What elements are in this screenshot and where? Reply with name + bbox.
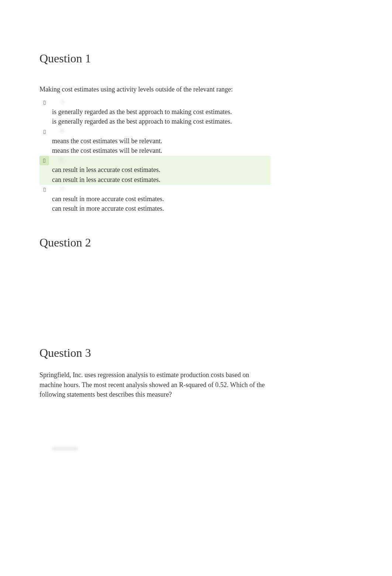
answer-b-body: B means the cost estimates will be relev… — [52, 127, 271, 156]
bullet-icon: ▯ — [43, 187, 46, 192]
answer-d-text-2: can result in more accurate cost estimat… — [52, 203, 271, 213]
answer-a-letter: A — [52, 98, 65, 107]
answer-c-body: C can result in less accurate cost estim… — [52, 156, 271, 185]
question-2: Question 2 — [39, 236, 271, 324]
question-2-body-placeholder — [39, 269, 271, 324]
blurred-content-placeholder — [52, 447, 78, 450]
answer-c[interactable]: ▯ C can result in less accurate cost est… — [39, 156, 271, 185]
correct-marker-badge: ▯ — [39, 156, 49, 165]
question-3-stem: Springfield, Inc. uses regression analys… — [39, 370, 271, 399]
answer-a[interactable]: ▯ A is generally regarded as the best ap… — [39, 98, 271, 127]
question-2-title: Question 2 — [39, 236, 271, 249]
answer-b[interactable]: ▯ B means the cost estimates will be rel… — [39, 127, 271, 156]
question-3-title: Question 3 — [39, 346, 271, 360]
bullet-icon: ▯ — [43, 158, 46, 163]
question-1-answers: ▯ A is generally regarded as the best ap… — [39, 98, 271, 214]
question-3: Question 3 Springfield, Inc. uses regres… — [39, 346, 271, 450]
answer-b-letter: B — [52, 127, 64, 137]
answer-a-text-1: is generally regarded as the best approa… — [52, 107, 271, 116]
answer-c-text-1: can result in less accurate cost estimat… — [52, 165, 271, 174]
answer-b-text-1: means the cost estimates will be relevan… — [52, 137, 271, 145]
answer-b-text-2: means the cost estimates will be relevan… — [52, 145, 271, 155]
answer-c-text-2: can result in less accurate cost estimat… — [52, 175, 271, 184]
question-1: Question 1 Making cost estimates using a… — [39, 52, 271, 214]
answer-c-letter: C — [52, 156, 64, 165]
question-1-stem: Making cost estimates using activity lev… — [39, 84, 271, 94]
answer-d-body: D can result in more accurate cost estim… — [52, 185, 271, 214]
answer-d-text-1: can result in more accurate cost estimat… — [52, 194, 271, 203]
bullet-icon: ▯ — [43, 100, 46, 105]
answer-d[interactable]: ▯ D can result in more accurate cost est… — [39, 185, 271, 214]
answer-d-letter: D — [52, 185, 65, 194]
answer-a-body: A is generally regarded as the best appr… — [52, 98, 271, 127]
answer-a-text-2: is generally regarded as the best approa… — [52, 116, 271, 126]
page-container: Question 1 Making cost estimates using a… — [0, 0, 310, 487]
question-1-title: Question 1 — [39, 52, 271, 65]
bullet-icon: ▯ — [43, 129, 46, 134]
